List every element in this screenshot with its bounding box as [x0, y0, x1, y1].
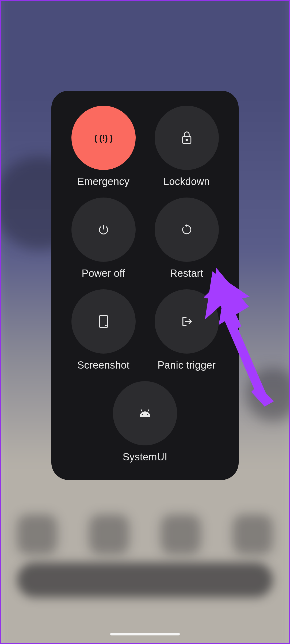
emergency-button[interactable]: ( (!) ) Emergency: [63, 106, 144, 187]
svg-point-3: [142, 414, 143, 415]
systemui-circle: [113, 381, 177, 445]
gesture-nav-bar[interactable]: [110, 633, 180, 635]
systemui-button[interactable]: SystemUI: [63, 381, 227, 463]
poweroff-label: Power off: [82, 268, 125, 279]
restart-button[interactable]: Restart: [146, 198, 227, 279]
screenshot-icon: [97, 315, 110, 328]
restart-icon: [180, 223, 194, 237]
lockdown-label: Lockdown: [163, 176, 210, 187]
power-menu-panel: ( (!) ) Emergency Lockdown: [51, 91, 239, 480]
power-menu-grid: ( (!) ) Emergency Lockdown: [63, 106, 227, 463]
exit-icon: [180, 315, 194, 328]
emergency-label: Emergency: [77, 176, 129, 187]
svg-point-1: [186, 139, 188, 141]
background-dock: [17, 514, 273, 555]
background-searchbar: [17, 563, 273, 597]
screenshot-circle: [71, 289, 136, 354]
svg-line-6: [148, 409, 149, 411]
emergency-icon: ( (!) ): [97, 131, 110, 145]
android-icon: [138, 406, 152, 420]
svg-point-4: [147, 414, 148, 415]
panic-circle: [155, 289, 219, 354]
lockdown-circle: [155, 106, 219, 170]
panic-label: Panic trigger: [158, 359, 216, 371]
systemui-label: SystemUI: [123, 451, 167, 463]
poweroff-button[interactable]: Power off: [63, 198, 144, 279]
poweroff-circle: [71, 198, 136, 262]
lock-icon: [180, 131, 194, 145]
screenshot-label: Screenshot: [77, 359, 129, 371]
restart-circle: [155, 198, 219, 262]
power-icon: [97, 223, 110, 237]
svg-line-5: [141, 409, 142, 411]
panic-button[interactable]: Panic trigger: [146, 289, 227, 371]
screenshot-button[interactable]: Screenshot: [63, 289, 144, 371]
lockdown-button[interactable]: Lockdown: [146, 106, 227, 187]
emergency-circle: ( (!) ): [71, 106, 136, 170]
restart-label: Restart: [170, 268, 203, 279]
